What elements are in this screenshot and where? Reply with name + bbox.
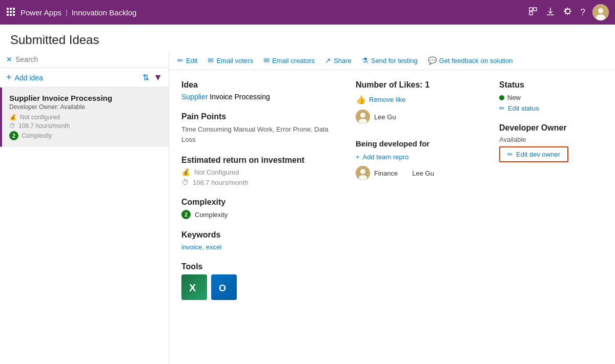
add-team-button[interactable]: + Add team repro — [356, 153, 484, 161]
svg-rect-11 — [529, 12, 532, 15]
roi-meta1-text: Not Configured — [194, 168, 239, 176]
roi-row-1: 💰 Not Configured — [181, 168, 340, 176]
idea-item-meta: 💰 Not configured ⏱ 108.7 hours/month 2 C… — [9, 114, 161, 140]
svg-rect-7 — [10, 14, 12, 16]
svg-text:X: X — [189, 282, 196, 293]
svg-rect-2 — [13, 8, 15, 10]
page: Submitted Ideas ✕ + Add idea ⇅ ▼ S — [0, 25, 615, 364]
clock-icon: ⏱ — [181, 178, 189, 186]
add-idea-row: + Add idea ⇅ ▼ — [0, 68, 169, 88]
email-voters-icon: ✉ — [208, 56, 214, 65]
edit-status-label: Edit status — [508, 104, 539, 112]
idea-meta-hours: ⏱ 108.7 hours/month — [9, 122, 161, 130]
being-dev-header: Being developed for — [356, 139, 484, 148]
page-header: Submitted Ideas — [0, 25, 615, 51]
email-creators-label: Email creators — [272, 57, 315, 65]
idea-item-owner: Developer Owner: Available — [9, 103, 161, 111]
add-idea-button[interactable]: Add idea — [15, 74, 140, 82]
svg-rect-5 — [13, 11, 15, 13]
dev-owner-header: Developer Owner — [499, 123, 603, 133]
complexity-row: 2 Complexity — [181, 210, 340, 219]
complexity-detail-badge: 2 — [181, 210, 191, 219]
tools-section: Tools X O — [181, 262, 340, 300]
edit-dev-owner-label: Edit dev owner — [516, 151, 560, 158]
complexity-section: Complexity 2 Complexity — [181, 198, 340, 219]
svg-rect-3 — [7, 11, 9, 13]
send-testing-button[interactable]: ⚗ Send for testing — [362, 56, 418, 65]
grid-icon[interactable] — [6, 7, 15, 18]
keywords-text[interactable]: invoice, excel — [181, 243, 221, 251]
share-icon: ↗ — [325, 56, 331, 65]
settings-icon[interactable] — [563, 6, 573, 19]
complexity-text: Complexity — [195, 211, 228, 219]
edit-status-icon: ✏ — [499, 104, 505, 112]
status-dot-icon — [499, 95, 504, 100]
svg-rect-0 — [7, 8, 9, 10]
idea-meta-complexity-text: Complexity — [22, 132, 52, 139]
idea-link[interactable]: Supplier — [181, 93, 208, 101]
add-idea-plus-icon[interactable]: + — [6, 72, 12, 83]
status-header: Status — [499, 80, 603, 90]
download-icon[interactable] — [545, 6, 556, 19]
status-value-row: New — [499, 94, 603, 101]
svg-point-15 — [598, 8, 603, 13]
edit-icon: ✏ — [177, 56, 183, 65]
edit-label: Edit — [186, 57, 197, 65]
svg-rect-1 — [10, 8, 12, 10]
add-team-label: Add team repro — [363, 153, 409, 161]
idea-meta-hours-text: 108.7 hours/month — [18, 122, 70, 130]
status-value: New — [507, 94, 521, 101]
team-dept: Finance — [374, 169, 398, 177]
toolbar: ✏ Edit ✉ Email voters ✉ Email creators ↗… — [169, 51, 615, 70]
edit-dev-owner-button[interactable]: ✏ Edit dev owner — [499, 146, 568, 162]
help-icon[interactable]: ? — [580, 7, 585, 18]
search-clear-icon[interactable]: ✕ — [6, 55, 12, 63]
idea-section-label: Idea — [181, 80, 340, 90]
config-icon: 💰 — [9, 114, 17, 121]
pain-points-section: Pain Points Time Consuming Manual Work, … — [181, 112, 340, 144]
page-title: Submitted Ideas — [10, 33, 605, 47]
app-name: Power Apps — [20, 8, 61, 17]
email-voters-button[interactable]: ✉ Email voters — [208, 56, 253, 65]
dev-owner-available: Available — [499, 136, 603, 143]
sort-icon[interactable]: ⇅ — [142, 73, 149, 82]
nav-separator: | — [66, 8, 68, 16]
email-creators-button[interactable]: ✉ Email creators — [263, 56, 315, 65]
filter-icon[interactable]: ▼ — [153, 72, 162, 83]
edit-status-button[interactable]: ✏ Edit status — [499, 104, 603, 112]
keywords-section: Keywords invoice, excel — [181, 230, 340, 251]
likes-user-name: Lee Gu — [374, 113, 396, 121]
idea-item[interactable]: Supplier Invoice Processing Developer Ow… — [0, 88, 169, 147]
detail-col-right: Status New ✏ Edit status Developer Owner… — [499, 80, 603, 354]
send-testing-label: Send for testing — [371, 57, 418, 65]
team-user-avatar — [356, 166, 370, 180]
svg-rect-10 — [534, 8, 537, 11]
idea-text-rest: Invoice Processing — [208, 93, 270, 101]
share-button[interactable]: ↗ Share — [325, 56, 352, 65]
status-section: Status New ✏ Edit status — [499, 80, 603, 112]
top-nav-actions: ? — [528, 4, 609, 20]
idea-meta-complexity: 2 Complexity — [9, 131, 161, 140]
get-feedback-button[interactable]: 💬 Get feedback on solution — [428, 56, 513, 65]
expand-icon[interactable] — [528, 6, 538, 19]
flask-icon: ⚗ — [362, 56, 368, 65]
search-bar: ✕ — [0, 51, 169, 68]
svg-point-21 — [359, 119, 367, 124]
svg-rect-8 — [13, 14, 15, 16]
search-input[interactable] — [15, 55, 162, 63]
edit-button[interactable]: ✏ Edit — [177, 56, 197, 65]
edit-dev-owner-icon: ✏ — [507, 151, 513, 158]
user-avatar[interactable] — [592, 4, 609, 20]
remove-like-button[interactable]: 👍 Remove like — [356, 95, 484, 104]
idea-meta-config: 💰 Not configured — [9, 114, 161, 121]
keywords-label: Keywords — [181, 230, 340, 240]
roi-meta2-text: 108.7 hours/month — [193, 179, 248, 186]
complexity-label: Complexity — [181, 198, 340, 207]
main-content: ✕ + Add idea ⇅ ▼ Supplier Invoice Proces… — [0, 51, 615, 364]
detail-col-left: Idea Supplier Invoice Processing Pain Po… — [181, 80, 356, 354]
add-team-plus-icon: + — [356, 153, 360, 161]
svg-rect-4 — [10, 11, 12, 13]
svg-rect-6 — [7, 14, 9, 16]
list-controls: ⇅ ▼ — [142, 72, 162, 83]
thumb-icon: 👍 — [356, 95, 366, 104]
